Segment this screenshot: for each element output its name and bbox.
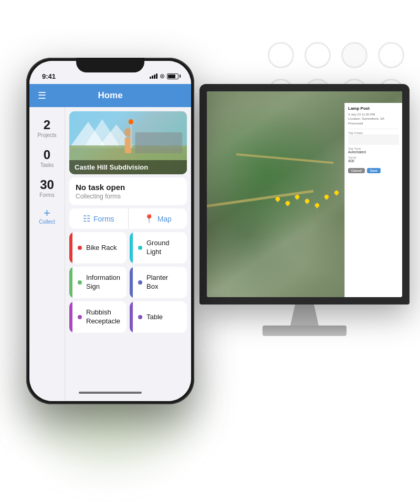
wifi-icon: ⊛: [160, 72, 165, 80]
form-item[interactable]: Ground Light: [130, 232, 187, 264]
sidebar: 2 Projects 0 Tasks 30 Forms + Collect: [29, 107, 65, 401]
hero-title: Castle Hill Subdivision: [75, 163, 148, 171]
monitor-stand-neck: [289, 304, 320, 326]
form-item-dot: [138, 246, 142, 250]
map-toggle-button[interactable]: 📍 Map: [129, 208, 187, 229]
sidebar-collect-button[interactable]: + Collect: [39, 207, 55, 225]
nav-bar: ☰ Home: [29, 84, 191, 107]
tasks-label: Tasks: [40, 162, 54, 168]
tag-image-value: [348, 134, 399, 145]
map-road: [236, 153, 334, 164]
form-item[interactable]: Rubbish Receptacle: [69, 301, 127, 333]
task-title: No task open: [76, 183, 181, 192]
form-item-label: Ground Light: [146, 239, 182, 257]
form-item-dot: [138, 315, 142, 319]
map-pin[interactable]: [284, 200, 291, 207]
forms-count: 30: [40, 178, 54, 191]
form-item-label: Table: [146, 313, 163, 322]
task-card: No task open Collecting forms: [69, 177, 187, 205]
form-item-content: Rubbish Receptacle: [72, 301, 127, 333]
tag-type-value: Automated: [348, 150, 399, 154]
phone: 9:41 ⊛ ☰ Home: [26, 58, 194, 404]
form-item-content: Information Sign: [72, 267, 127, 298]
main-content: Castle Hill Subdivision No task open Col…: [65, 107, 191, 401]
form-item-dot: [78, 280, 82, 285]
form-item-content: Ground Light: [133, 232, 187, 264]
phone-screen: 9:41 ⊛ ☰ Home: [29, 61, 191, 401]
form-item-dot: [78, 246, 82, 250]
monitor: Lamp Post 4 July 23 11:50 PMLocation: So…: [200, 84, 410, 357]
form-item[interactable]: Bike Rack: [69, 232, 127, 264]
map-toggle-label: Map: [158, 215, 172, 223]
form-item[interactable]: Information Sign: [69, 267, 127, 298]
hero-card-overlay: Castle Hill Subdivision: [69, 160, 187, 174]
map-pin-selected[interactable]: [333, 189, 340, 196]
projects-count: 2: [44, 119, 50, 131]
panel-subtitle: 4 July 23 11:50 PMLocation: Somewhere, S…: [348, 112, 399, 125]
forms-label: Forms: [39, 192, 54, 198]
tasks-count: 0: [44, 149, 50, 161]
monitor-frame: Lamp Post 4 July 23 11:50 PMLocation: So…: [200, 84, 410, 304]
status-time: 9:41: [42, 72, 56, 80]
nav-title: Home: [98, 90, 122, 101]
map-pin[interactable]: [303, 197, 311, 205]
forms-grid: Bike Rack Ground Light Information Sign …: [69, 232, 187, 337]
form-item-content: Planter Box: [133, 267, 187, 298]
serial-value: 400: [348, 159, 399, 163]
map-side-panel: Lamp Post 4 July 23 11:50 PMLocation: So…: [344, 103, 402, 297]
collect-plus-icon: +: [44, 207, 50, 219]
save-button[interactable]: Save: [367, 168, 381, 173]
form-item[interactable]: Table: [130, 301, 187, 333]
svg-point-9: [129, 119, 133, 124]
cancel-button[interactable]: Cancel: [348, 168, 365, 173]
map-pin[interactable]: [313, 202, 321, 209]
map-pin-icon: 📍: [144, 214, 154, 224]
map-pin[interactable]: [323, 193, 330, 201]
projects-label: Projects: [37, 132, 56, 138]
battery-icon: [167, 74, 178, 79]
forms-toggle-button[interactable]: ☷ Forms: [69, 208, 129, 229]
hero-card[interactable]: Castle Hill Subdivision: [69, 111, 187, 174]
forms-icon: ☷: [83, 214, 90, 224]
form-item-dot: [138, 280, 142, 285]
signal-bar-4: [156, 74, 158, 79]
form-item-label: Information Sign: [86, 274, 121, 291]
form-item-content: Bike Rack: [72, 232, 127, 264]
status-icons: ⊛: [150, 72, 178, 80]
phone-frame: 9:41 ⊛ ☰ Home: [26, 58, 194, 404]
sidebar-item-projects[interactable]: 2 Projects: [29, 113, 65, 143]
hamburger-icon[interactable]: ☰: [38, 90, 46, 101]
forms-toggle-label: Forms: [93, 215, 114, 223]
sidebar-item-tasks[interactable]: 0 Tasks: [29, 143, 65, 173]
panel-field-tag-type: Tag Type Automated: [348, 147, 399, 154]
collect-label: Collect: [39, 219, 55, 225]
signal-bar-3: [154, 75, 155, 79]
svg-rect-5: [135, 132, 182, 153]
battery-fill: [168, 75, 175, 78]
panel-field-serial: Serial 400: [348, 156, 399, 163]
monitor-stand-base: [262, 326, 346, 336]
form-item-label: Bike Rack: [86, 244, 117, 253]
deco-circle: [304, 42, 331, 68]
sidebar-item-forms[interactable]: 30 Forms: [29, 173, 65, 203]
form-item-label: Planter Box: [146, 274, 182, 291]
panel-title: Lamp Post: [348, 106, 399, 111]
svg-rect-7: [125, 138, 132, 153]
deco-circle: [341, 42, 368, 68]
form-item-label: Rubbish Receptacle: [86, 308, 121, 326]
panel-field-tag-image: Tag Image: [348, 131, 399, 145]
deco-circle: [268, 42, 294, 68]
task-subtitle: Collecting forms: [76, 193, 181, 200]
form-item[interactable]: Planter Box: [130, 267, 187, 298]
form-item-content: Table: [133, 301, 187, 333]
signal-bar-2: [152, 76, 153, 79]
signal-bars-icon: [150, 74, 158, 79]
signal-bar-1: [150, 77, 151, 79]
monitor-screen: Lamp Post 4 July 23 11:50 PMLocation: So…: [207, 91, 402, 297]
toggle-bar: ☷ Forms 📍 Map: [69, 208, 187, 229]
form-item-dot: [78, 315, 82, 319]
app-body: 2 Projects 0 Tasks 30 Forms + Collect: [29, 107, 191, 401]
svg-rect-8: [130, 122, 132, 148]
home-indicator[interactable]: [79, 392, 142, 394]
phone-notch: [76, 58, 144, 72]
